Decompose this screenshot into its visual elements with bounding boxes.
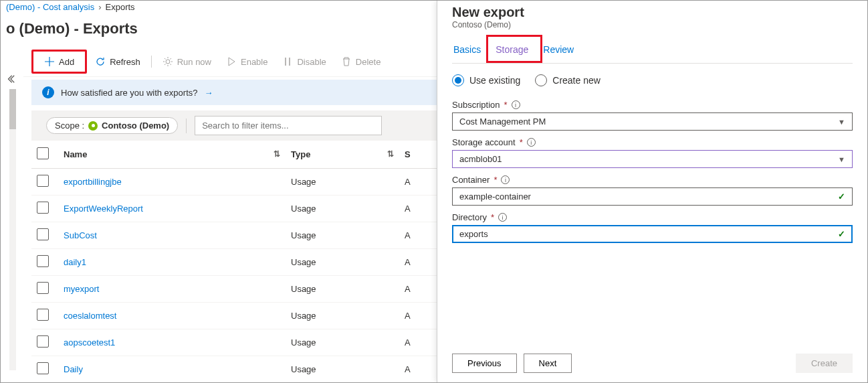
play-icon [226, 56, 237, 67]
row-checkbox[interactable] [37, 335, 49, 348]
svg-point-0 [166, 60, 170, 64]
container-value: example-container [459, 192, 531, 202]
col-name-header[interactable]: Name [64, 149, 87, 159]
refresh-button[interactable]: Refresh [88, 53, 147, 70]
panel-subtitle: Contoso (Demo) [452, 20, 853, 29]
chevron-right-icon: › [98, 2, 101, 12]
refresh-label: Refresh [110, 57, 140, 67]
subscription-value: Cost Management PM [459, 117, 546, 127]
required-icon: * [494, 175, 497, 185]
tab-basics[interactable]: Basics [452, 40, 482, 63]
export-name-link[interactable]: SubCost [64, 230, 97, 240]
radio-use-existing[interactable]: Use existing [452, 74, 520, 86]
export-type: Usage [286, 356, 399, 383]
previous-button[interactable]: Previous [452, 354, 517, 373]
export-name-link[interactable]: aopscoetest1 [64, 337, 115, 348]
collapse-left-icon[interactable] [2, 70, 19, 88]
required-icon: * [504, 100, 508, 110]
export-type: Usage [286, 303, 399, 329]
export-type: Usage [286, 169, 399, 196]
info-icon[interactable]: i [512, 100, 520, 109]
subscription-label: Subscription [452, 100, 500, 110]
disable-button[interactable]: Disable [276, 53, 332, 70]
storage-account-dropdown[interactable]: acmblob01 ▼ [452, 150, 853, 168]
subscription-dropdown[interactable]: Cost Management PM ▼ [452, 112, 853, 131]
run-now-label: Run now [177, 57, 211, 67]
export-name-link[interactable]: ExportWeeklyReport [64, 204, 143, 214]
export-type: Usage [286, 329, 399, 356]
radio-use-existing-label: Use existing [469, 75, 520, 86]
export-type: Usage [286, 249, 399, 276]
new-export-panel: New export Contoso (Demo) Basics Storage… [437, 1, 867, 382]
export-name-link[interactable]: Daily [64, 364, 83, 374]
row-checkbox[interactable] [37, 228, 49, 240]
panel-tabs: Basics Storage Review [452, 40, 853, 64]
sort-icon[interactable]: ⇅ [387, 149, 394, 159]
refresh-icon [95, 56, 106, 67]
check-icon: ✓ [838, 229, 845, 239]
col-s-header[interactable]: S [405, 149, 411, 159]
radio-selected-icon [452, 74, 464, 86]
radio-create-new-label: Create new [552, 75, 601, 86]
enable-button[interactable]: Enable [219, 53, 274, 70]
gear-icon [162, 56, 173, 67]
disable-label: Disable [297, 57, 326, 67]
info-icon: i [42, 86, 54, 98]
row-checkbox[interactable] [37, 175, 49, 187]
sort-icon[interactable]: ⇅ [274, 149, 280, 159]
delete-label: Delete [356, 57, 381, 67]
row-checkbox[interactable] [37, 309, 49, 321]
tab-storage[interactable]: Storage [494, 40, 530, 63]
info-icon[interactable]: i [501, 175, 510, 184]
export-type: Usage [286, 196, 399, 222]
delete-button[interactable]: Delete [334, 53, 388, 70]
required-icon: * [491, 212, 494, 222]
container-label: Container [452, 175, 490, 185]
info-icon[interactable]: i [498, 213, 507, 222]
row-checkbox[interactable] [37, 362, 49, 374]
container-input[interactable]: example-container ✓ [452, 187, 853, 206]
row-checkbox[interactable] [37, 255, 49, 267]
breadcrumb-cost-analysis[interactable]: (Demo) - Cost analysis [6, 2, 94, 12]
check-icon: ✓ [838, 192, 845, 202]
search-input[interactable] [195, 116, 382, 135]
trash-icon [341, 56, 352, 67]
select-all-checkbox[interactable] [37, 147, 49, 159]
radio-create-new[interactable]: Create new [535, 74, 601, 86]
export-name-link[interactable]: myexport [64, 284, 99, 294]
export-type: Usage [286, 276, 399, 303]
chevron-down-icon: ▼ [838, 155, 845, 163]
directory-value: exports [459, 229, 488, 239]
radio-unselected-icon [535, 74, 547, 86]
required-icon: * [520, 137, 523, 147]
feedback-text: How satisfied are you with exports? [61, 88, 197, 98]
left-scrollbar[interactable] [9, 89, 16, 370]
storage-account-label: Storage account [452, 137, 516, 147]
breadcrumb-exports: Exports [106, 2, 135, 12]
scope-picker[interactable]: Scope : Contoso (Demo) [46, 117, 178, 134]
arrow-right-icon[interactable]: → [204, 88, 213, 98]
scope-value: Contoso (Demo) [102, 121, 169, 131]
export-name-link[interactable]: exportbillingjbe [64, 177, 122, 187]
export-name-link[interactable]: daily1 [64, 257, 86, 267]
row-checkbox[interactable] [37, 282, 49, 294]
row-checkbox[interactable] [37, 202, 49, 214]
tab-review[interactable]: Review [542, 40, 575, 63]
separator [151, 56, 152, 68]
add-label: Add [59, 57, 74, 67]
col-type-header[interactable]: Type [291, 149, 310, 159]
run-now-button[interactable]: Run now [156, 53, 218, 70]
add-button[interactable]: Add [37, 53, 81, 70]
chevron-down-icon: ▼ [838, 118, 845, 126]
scope-label: Scope : [55, 121, 84, 131]
export-type: Usage [286, 222, 399, 249]
directory-label: Directory [452, 212, 487, 222]
info-icon[interactable]: i [527, 138, 536, 147]
scope-dot-icon [88, 121, 98, 131]
export-name-link[interactable]: coeslalomtest [64, 311, 116, 321]
pause-icon [282, 56, 293, 67]
create-button[interactable]: Create [796, 354, 853, 373]
directory-input[interactable]: exports ✓ [452, 225, 853, 243]
next-button[interactable]: Next [524, 354, 572, 373]
storage-account-value: acmblob01 [459, 154, 502, 164]
